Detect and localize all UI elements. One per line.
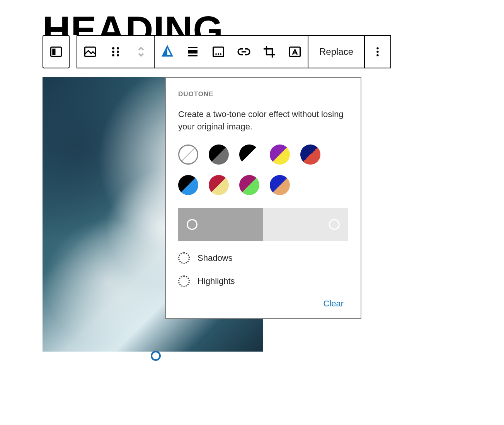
chevron-up-down-icon — [134, 45, 148, 59]
more-vertical-icon — [371, 45, 385, 59]
toolbar-group-format — [154, 35, 308, 68]
toolbar-group-replace: Replace — [308, 35, 365, 68]
block-type-button[interactable] — [77, 36, 103, 68]
align-icon — [186, 45, 200, 59]
svg-point-16 — [220, 53, 221, 55]
toolbar-group-more — [364, 35, 391, 68]
svg-rect-1 — [52, 49, 55, 55]
swatch-none[interactable] — [178, 144, 198, 165]
svg-point-6 — [112, 51, 114, 53]
svg-point-20 — [376, 51, 378, 53]
ring-icon — [187, 219, 198, 230]
duotone-button[interactable] — [155, 36, 180, 68]
svg-point-14 — [215, 53, 217, 55]
highlights-option[interactable]: Highlights — [178, 275, 348, 287]
swatch-preset[interactable] — [239, 144, 259, 165]
dotted-circle-icon — [178, 252, 190, 264]
svg-point-8 — [112, 54, 114, 56]
swatch-preset[interactable] — [270, 175, 290, 195]
select-parent-button[interactable] — [43, 36, 69, 68]
block-toolbar: Replace — [43, 35, 391, 68]
popover-title: DUOTONE — [178, 90, 348, 98]
duotone-popover: DUOTONE Create a two-tone color effect w… — [165, 77, 361, 319]
crop-icon — [262, 45, 276, 59]
caption-icon — [211, 45, 225, 59]
clear-button[interactable]: Clear — [323, 299, 344, 308]
link-icon — [237, 45, 251, 59]
toolbar-group-block — [77, 35, 155, 68]
drag-handle[interactable] — [103, 36, 128, 68]
shadows-option[interactable]: Shadows — [178, 252, 348, 264]
swatch-grid — [178, 144, 348, 195]
resize-handle[interactable] — [151, 351, 161, 361]
popover-description: Create a two-tone color effect without l… — [178, 108, 348, 133]
svg-rect-13 — [213, 47, 224, 56]
crop-button[interactable] — [257, 36, 282, 68]
tone-highlight-button[interactable] — [263, 208, 348, 241]
dotted-circle-icon — [178, 275, 190, 287]
swatch-preset[interactable] — [209, 144, 229, 165]
svg-point-21 — [376, 54, 378, 56]
duotone-icon — [160, 45, 174, 59]
swatch-preset[interactable] — [178, 175, 198, 195]
text-overlay-button[interactable] — [282, 36, 308, 68]
swatch-preset[interactable] — [239, 175, 259, 195]
svg-point-7 — [117, 51, 119, 53]
svg-rect-11 — [188, 50, 198, 54]
svg-point-4 — [112, 47, 114, 49]
highlights-label: Highlights — [198, 276, 235, 286]
tone-shadow-button[interactable] — [178, 208, 263, 241]
svg-point-19 — [376, 47, 378, 49]
more-options-button[interactable] — [365, 36, 390, 68]
move-updown-button[interactable] — [128, 36, 154, 68]
replace-button[interactable]: Replace — [308, 46, 364, 57]
columns-icon — [49, 45, 63, 59]
image-icon — [83, 45, 97, 59]
swatch-preset[interactable] — [209, 175, 229, 195]
svg-point-5 — [117, 47, 119, 49]
shadows-label: Shadows — [198, 253, 233, 263]
text-overlay-icon — [288, 45, 302, 59]
swatch-preset[interactable] — [300, 144, 320, 165]
tone-preview — [178, 208, 348, 241]
swatch-preset[interactable] — [270, 144, 290, 165]
svg-point-9 — [117, 54, 119, 56]
link-button[interactable] — [231, 36, 257, 68]
toolbar-group-parent — [43, 35, 70, 68]
drag-icon — [109, 45, 123, 59]
svg-rect-18 — [290, 47, 300, 56]
svg-rect-2 — [57, 49, 60, 55]
caption-button[interactable] — [206, 36, 231, 68]
align-button[interactable] — [180, 36, 206, 68]
svg-point-15 — [218, 53, 219, 55]
ring-icon — [329, 219, 340, 230]
